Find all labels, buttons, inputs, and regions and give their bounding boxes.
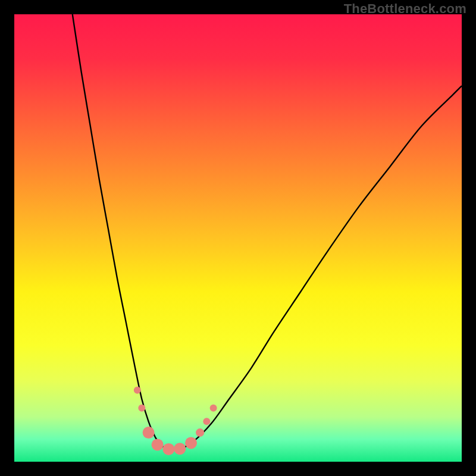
watermark-text: TheBottleneck.com bbox=[344, 1, 466, 17]
data-marker bbox=[134, 387, 141, 394]
chart-frame: TheBottleneck.com bbox=[0, 0, 476, 476]
data-marker bbox=[138, 405, 145, 412]
data-marker bbox=[185, 437, 197, 449]
data-marker bbox=[143, 427, 155, 439]
data-marker bbox=[174, 443, 186, 455]
data-marker bbox=[162, 443, 174, 455]
data-marker bbox=[210, 405, 217, 412]
data-marker bbox=[203, 418, 210, 425]
gradient-background bbox=[14, 14, 462, 462]
data-marker bbox=[152, 439, 164, 450]
data-marker bbox=[196, 428, 204, 437]
bottleneck-chart bbox=[14, 14, 462, 462]
plot-area bbox=[14, 14, 462, 462]
